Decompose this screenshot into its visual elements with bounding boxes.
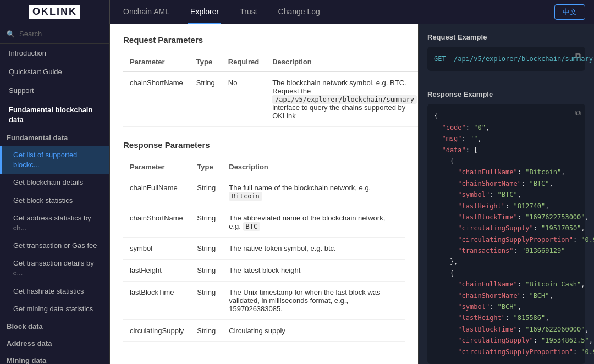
res-col-type: Type xyxy=(190,157,222,177)
sidebar-group-block-data[interactable]: Block data xyxy=(0,318,109,335)
sidebar-item-introduction[interactable]: Introduction xyxy=(0,44,109,63)
res-param-name: lastHeight xyxy=(123,260,190,282)
sidebar-group-mining-data[interactable]: Mining data xyxy=(0,352,109,364)
res-param-type: String xyxy=(190,177,222,207)
sidebar-item-quickstart[interactable]: Quickstart Guide xyxy=(0,63,109,81)
res-param-description: The full name of the blockchain network,… xyxy=(222,177,405,207)
search-bar: 🔍 xyxy=(0,24,109,44)
response-example-label: Response Example xyxy=(427,90,585,98)
nav-links: Onchain AML Explorer Trust Change Log xyxy=(110,0,554,24)
param-description: The blockchain network symbol, e.g. BTC.… xyxy=(266,72,418,127)
table-row: chainFullName String The full name of th… xyxy=(123,177,405,207)
sidebar-item-fundamental-blockchain[interactable]: Fundamental blockchain data xyxy=(0,101,109,129)
nav-changelog[interactable]: Change Log xyxy=(276,0,322,24)
res-param-name: chainFullName xyxy=(123,177,190,207)
copy-response-button[interactable]: ⧉ xyxy=(575,108,581,118)
response-params-title: Response Parameters xyxy=(123,140,405,150)
main-content: Request Parameters Parameter Type Requir… xyxy=(110,24,418,364)
table-row: chainShortName String No The blockchain … xyxy=(123,72,418,127)
sidebar: 🔍 Introduction Quickstart Guide Support … xyxy=(0,24,110,364)
res-param-type: String xyxy=(190,320,222,342)
sidebar-group-address-data[interactable]: Address data xyxy=(0,335,109,352)
sidebar-item-get-mining[interactable]: Get mining data statistics xyxy=(0,300,109,318)
param-type: String xyxy=(190,72,222,127)
nav-explorer[interactable]: Explorer xyxy=(188,0,221,24)
table-row: symbol String The native token symbol, e… xyxy=(123,238,405,260)
table-row: chainShortName String The abbreviated na… xyxy=(123,207,405,238)
request-example-label: Request Example xyxy=(427,33,585,41)
col-description: Description xyxy=(266,52,418,72)
res-param-name: lastBlockTime xyxy=(123,282,190,320)
res-param-type: String xyxy=(190,282,222,320)
res-param-description: Circulating supply xyxy=(222,320,405,342)
col-required: Required xyxy=(222,52,266,72)
body-layout: 🔍 Introduction Quickstart Guide Support … xyxy=(0,24,594,364)
response-params-table: Parameter Type Description chainFullName… xyxy=(123,157,405,342)
right-panel: Request Example GET /api/v5/explorer/blo… xyxy=(418,24,594,364)
res-col-parameter: Parameter xyxy=(123,157,190,177)
res-param-name: chainShortName xyxy=(123,207,190,238)
search-input[interactable] xyxy=(19,30,103,38)
param-name: chainShortName xyxy=(123,72,190,127)
top-navigation: OKLINK Onchain AML Explorer Trust Change… xyxy=(0,0,594,24)
res-param-type: String xyxy=(190,260,222,282)
res-param-description: The abbreviated name of the blockchain n… xyxy=(222,207,405,238)
res-param-description: The Unix timestamp for when the last blo… xyxy=(222,282,405,320)
res-col-description: Description xyxy=(222,157,405,177)
res-param-description: The latest block height xyxy=(222,260,405,282)
sidebar-item-support[interactable]: Support xyxy=(0,81,109,100)
sidebar-item-get-block-statistics[interactable]: Get block statistics xyxy=(0,192,109,209)
col-type: Type xyxy=(190,52,222,72)
res-param-type: String xyxy=(190,238,222,260)
sidebar-item-get-address-statistics[interactable]: Get address statistics by ch... xyxy=(0,209,109,237)
logo: OKLINK xyxy=(29,5,80,19)
request-example-line: GET /api/v5/explorer/blockchain/summary xyxy=(434,55,593,63)
col-parameter: Parameter xyxy=(123,52,190,72)
table-row: circulatingSupply String Circulating sup… xyxy=(123,320,405,342)
res-param-name: symbol xyxy=(123,238,190,260)
divider xyxy=(427,82,585,82)
sidebar-item-get-transaction-gas[interactable]: Get transaction or Gas fee xyxy=(0,237,109,255)
res-param-type: String xyxy=(190,207,222,238)
request-params-table: Parameter Type Required Description chai… xyxy=(123,52,418,127)
sidebar-group-fundamental-data[interactable]: Fundamental data xyxy=(0,129,109,146)
sidebar-item-get-transaction-details[interactable]: Get transaction details by c... xyxy=(0,255,109,282)
param-required: No xyxy=(222,72,266,127)
copy-request-button[interactable]: ⧉ xyxy=(575,51,581,60)
res-param-name: circulatingSupply xyxy=(123,320,190,342)
search-icon: 🔍 xyxy=(7,30,15,38)
sidebar-item-get-list-supported[interactable]: Get list of supported blockc... xyxy=(0,146,109,174)
logo-area: OKLINK xyxy=(0,0,110,24)
nav-trust[interactable]: Trust xyxy=(238,0,259,24)
request-example-block: GET /api/v5/explorer/blockchain/summary … xyxy=(427,47,585,71)
sidebar-item-get-hashrate[interactable]: Get hashrate statistics xyxy=(0,283,109,300)
res-param-description: The native token symbol, e.g. btc. xyxy=(222,238,405,260)
nav-onchain-aml[interactable]: Onchain AML xyxy=(121,0,172,24)
response-example-block: ⧉ { "code": "0", "msg": "", "data": [ { … xyxy=(427,104,585,364)
language-button[interactable]: 中文 xyxy=(554,4,585,20)
table-row: lastHeight String The latest block heigh… xyxy=(123,260,405,282)
sidebar-item-get-blockchain-details[interactable]: Get blockchain details xyxy=(0,174,109,191)
request-params-title: Request Parameters xyxy=(123,35,405,45)
table-row: lastBlockTime String The Unix timestamp … xyxy=(123,282,405,320)
